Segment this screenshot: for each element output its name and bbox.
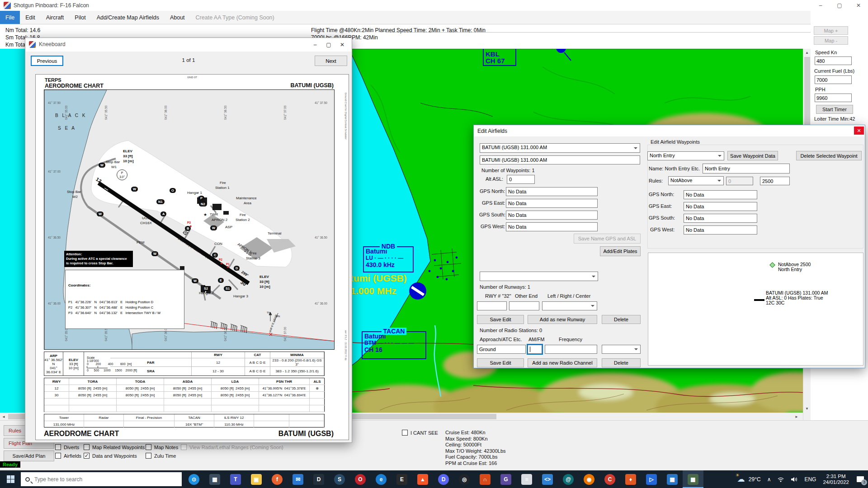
wp-gps-north-input[interactable] <box>684 190 757 199</box>
mail-icon[interactable]: ✉ <box>288 470 308 488</box>
minimize-button[interactable]: – <box>811 0 830 11</box>
save-waypoint-button[interactable]: Save Waypoint Data <box>727 151 778 160</box>
flame-icon[interactable]: ♦ <box>620 470 641 488</box>
checkbox-item[interactable]: Airfields <box>55 453 81 459</box>
speed-input[interactable] <box>815 56 852 65</box>
left-right-center-select[interactable] <box>542 301 597 310</box>
wifi-icon[interactable] <box>774 470 788 488</box>
checkbox-item[interactable]: View Radar/Lethal Ranges (Coming Soon) <box>181 444 283 450</box>
volume-icon[interactable] <box>788 470 801 488</box>
file-explorer-icon[interactable]: ▣ <box>246 470 267 488</box>
save-radio-button[interactable]: Save Edit <box>477 358 524 367</box>
kneeboard-minimize-button[interactable]: – <box>308 39 322 50</box>
menu-item[interactable]: About <box>165 11 190 24</box>
previous-page-button[interactable]: Previous <box>31 56 63 66</box>
epic-games-icon[interactable]: E <box>392 470 412 488</box>
checkbox[interactable] <box>402 430 408 436</box>
add-runway-button[interactable]: Add as new Runway <box>528 315 597 324</box>
opera-icon[interactable]: O <box>350 470 371 488</box>
rules-min-input[interactable] <box>726 177 753 185</box>
airfield-name-input[interactable] <box>480 155 640 164</box>
brave-icon[interactable]: ▲ <box>412 470 433 488</box>
checkbox[interactable] <box>84 453 90 459</box>
blender-icon[interactable]: ◉ <box>579 470 599 488</box>
discord-icon[interactable]: D <box>433 470 454 488</box>
kneeboard-close-button[interactable]: ✕ <box>335 39 349 50</box>
add-radio-channel-button[interactable]: Add as new Radio Channel <box>528 358 597 367</box>
edit-airfields-dialog[interactable]: Edit Airfields ✕ BATUMI (UGSB) 131.000 A… <box>473 125 865 368</box>
teams-icon[interactable]: T <box>225 470 246 488</box>
wp-gps-south-input[interactable] <box>684 214 757 223</box>
menu-item[interactable]: Add/Create Map Airfields <box>91 11 165 24</box>
firefox-icon[interactable]: f <box>267 470 288 488</box>
runway-select[interactable] <box>480 272 598 281</box>
kneeboard-window[interactable]: Kneeboard – ▢ ✕ 1 of 1 Previous Next TER… <box>25 38 352 443</box>
wp-gps-east-input[interactable] <box>684 202 757 211</box>
frequency-input[interactable] <box>545 345 597 354</box>
rules-select[interactable]: NotAbove <box>668 176 724 185</box>
radio-type-select[interactable] <box>602 345 641 354</box>
tv-icon[interactable]: ▷ <box>641 470 662 488</box>
checkbox[interactable] <box>84 444 90 450</box>
checkbox[interactable] <box>146 453 151 459</box>
save-gps-button[interactable]: Save Name GPS and ASL <box>574 234 641 244</box>
taskbar-search[interactable] <box>21 472 182 486</box>
checkbox[interactable] <box>181 444 187 450</box>
delete-waypoint-button[interactable]: Delete Selected Waypoint <box>796 151 862 160</box>
checkbox-item[interactable]: Map Related Waypoints <box>84 444 145 450</box>
save-runway-button[interactable]: Save Edit <box>477 315 524 324</box>
delete-radio-button[interactable]: Delete <box>602 358 641 367</box>
map-zoom-in-button[interactable]: Map + <box>814 26 848 35</box>
task-view-icon[interactable]: ▦ <box>204 470 225 488</box>
menu-item[interactable]: Pilot <box>69 11 91 24</box>
maximize-button[interactable]: ▢ <box>830 0 849 11</box>
kneeboard-maximize-button[interactable]: ▢ <box>322 39 335 50</box>
menu-item[interactable]: Aircraft <box>41 11 70 24</box>
cortana-icon[interactable]: ⊙ <box>184 470 204 488</box>
wp-gps-west-input[interactable] <box>684 225 757 235</box>
checkbox-item[interactable]: Diverts <box>55 444 79 450</box>
delete-runway-button[interactable]: Delete <box>602 315 641 324</box>
atc-name-input[interactable] <box>477 345 526 354</box>
add-edit-plates-button[interactable]: Add/Edit Plates <box>600 246 641 256</box>
menu-item[interactable]: Edit <box>20 11 41 24</box>
rwy-number-input[interactable] <box>477 301 507 310</box>
map-zoom-out-button[interactable]: Map - <box>814 36 848 45</box>
weather-widget[interactable]: ☀☁ 29°C <box>734 470 764 488</box>
close-button[interactable]: ✕ <box>849 0 868 11</box>
language-indicator[interactable]: ENG <box>801 470 819 488</box>
checkbox-item[interactable]: Map Notes <box>146 444 178 450</box>
i-cant-see-checkbox[interactable]: I CANT SEE <box>402 430 438 436</box>
kneeboard-titlebar[interactable]: Kneeboard – ▢ ✕ <box>25 38 352 52</box>
obs-icon[interactable]: ◎ <box>454 470 475 488</box>
dialog-titlebar[interactable]: Edit Airfields ✕ <box>474 125 865 136</box>
pph-input[interactable] <box>815 94 852 102</box>
save-add-plan-button[interactable]: Save/Add Plan <box>4 450 54 461</box>
dcs-icon[interactable]: D <box>308 470 329 488</box>
edge-icon[interactable]: e <box>371 470 392 488</box>
search-input[interactable] <box>34 476 161 483</box>
rules-max-input[interactable] <box>760 177 790 185</box>
next-page-button[interactable]: Next <box>315 56 347 66</box>
am-fm-input[interactable] <box>528 345 542 354</box>
vscode-icon[interactable]: <> <box>537 470 558 488</box>
pinboard-app-icon[interactable]: ▩ <box>683 470 703 488</box>
clock[interactable]: 2:31 PM 24/01/2022 <box>819 474 853 485</box>
headset-icon[interactable]: ∩ <box>475 470 495 488</box>
gog-icon[interactable]: G <box>495 470 516 488</box>
grid-icon[interactable]: ▦ <box>662 470 683 488</box>
notepad-icon[interactable]: ≡ <box>516 470 537 488</box>
gps-west-input[interactable] <box>506 222 598 231</box>
fuel-input[interactable] <box>815 75 852 84</box>
teamspeak-icon[interactable]: @ <box>558 470 579 488</box>
dialog-close-button[interactable]: ✕ <box>854 127 864 135</box>
gps-south-input[interactable] <box>506 211 598 220</box>
checkbox[interactable] <box>55 444 61 450</box>
menu-item[interactable]: File <box>0 11 20 24</box>
airport-symbol[interactable] <box>409 282 426 300</box>
other-end-input[interactable] <box>509 301 539 310</box>
start-button[interactable] <box>0 470 21 488</box>
gps-east-input[interactable] <box>506 199 598 208</box>
tray-chevron-icon[interactable]: ∧ <box>764 470 774 488</box>
waypoint-name-input[interactable] <box>703 164 790 174</box>
